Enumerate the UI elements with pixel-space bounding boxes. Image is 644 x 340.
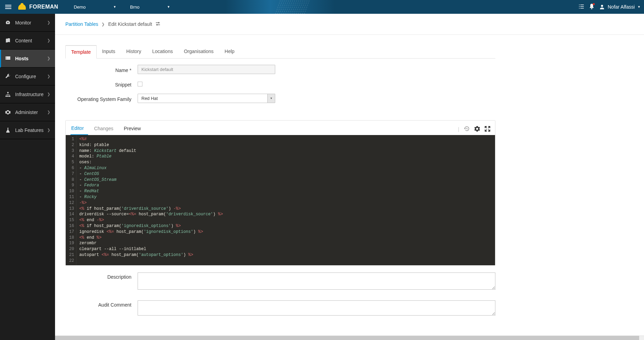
app-header: FOREMAN Demo ▼ Brno ▼ Nofar Alfassi ▼ (0, 0, 644, 14)
notifications-button[interactable] (589, 4, 594, 10)
brand-text: FOREMAN (29, 4, 58, 10)
header-decoration (275, 0, 311, 14)
caret-down-icon: ▼ (637, 5, 641, 9)
helmet-icon (18, 4, 26, 10)
organization-dropdown[interactable]: Demo ▼ (68, 1, 121, 13)
notification-badge (593, 3, 595, 5)
caret-down-icon: ▼ (167, 5, 170, 9)
user-icon (599, 4, 605, 10)
organization-value: Demo (74, 4, 86, 10)
location-dropdown[interactable]: Brno ▼ (125, 1, 175, 13)
hamburger-icon (5, 5, 11, 9)
caret-down-icon: ▼ (113, 5, 116, 9)
brand-logo[interactable]: FOREMAN (18, 4, 58, 10)
list-icon (579, 4, 584, 9)
svg-point-6 (601, 5, 603, 7)
location-value: Brno (130, 4, 139, 10)
tasks-button[interactable] (579, 4, 584, 10)
menu-toggle-button[interactable] (3, 2, 13, 12)
user-menu-dropdown[interactable]: Nofar Alfassi ▼ (599, 4, 641, 10)
user-name: Nofar Alfassi (608, 4, 635, 10)
